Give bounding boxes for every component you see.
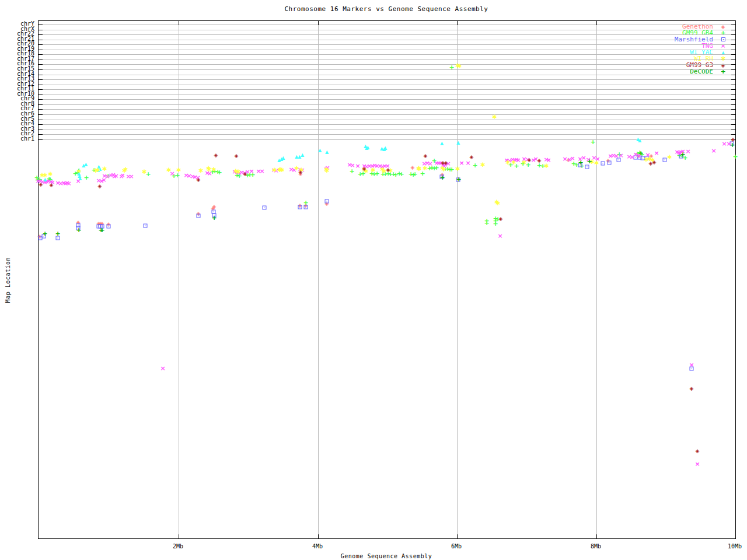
marker-marshfield <box>197 214 201 218</box>
marker-decode: + <box>578 159 583 166</box>
y-tick-left <box>39 40 43 40</box>
x-tick-label-4Mb: 4Mb <box>300 543 335 550</box>
marker-decode: + <box>99 227 104 233</box>
marker-wi_rh: ∗ <box>166 166 172 173</box>
marker-tng: × <box>355 163 360 169</box>
marker-wi_rh: ∗ <box>441 166 446 173</box>
marker-marshfield <box>608 161 612 165</box>
marker-wi_rh: ∗ <box>666 153 672 160</box>
marker-tng: × <box>694 461 700 467</box>
gridline-chr9 <box>39 99 735 100</box>
y-tick-left <box>39 34 43 35</box>
gridline-chr10 <box>39 94 735 95</box>
marker-gm99_g3: ◈ <box>444 160 448 166</box>
gridline-chr8 <box>39 104 735 105</box>
x-tick-top <box>457 21 458 25</box>
y-tick-left <box>39 99 43 100</box>
y-tick-right <box>731 89 735 90</box>
marker-wi_yac: ▲ <box>281 156 285 160</box>
marker-tng: × <box>427 160 432 167</box>
marker-gm99_gb4: + <box>732 153 738 160</box>
marker-marshfield <box>601 162 605 166</box>
marker-wi_rh: ∗ <box>594 159 599 166</box>
y-tick-right <box>731 79 735 80</box>
marker-tng: × <box>685 148 690 155</box>
marker-wi_rh: ∗ <box>422 164 428 172</box>
marker-wi_rh: ∗ <box>123 166 128 173</box>
y-tick-left <box>39 134 43 135</box>
marker-genethon: ◈ <box>212 204 217 209</box>
y-axis-title: Map Location <box>5 257 11 303</box>
gridline-chr2 <box>39 134 735 135</box>
y-tick-right <box>731 114 735 115</box>
gridline-chr14 <box>39 75 735 75</box>
y-tick-right <box>731 75 735 75</box>
gridline-chr17 <box>39 60 735 60</box>
marker-decode: + <box>680 151 685 158</box>
marker-gm99_g3: ◈ <box>362 166 366 172</box>
marker-wi_rh: ∗ <box>456 62 462 69</box>
y-tick-right <box>731 85 735 85</box>
marker-gm99_g3: ◈ <box>214 153 218 158</box>
legend-marker-tng: × <box>713 43 733 49</box>
marker-tng: × <box>711 148 716 154</box>
y-tick-right <box>731 54 735 55</box>
marker-gm99_g3: ◈ <box>243 172 247 177</box>
y-tick-right <box>731 124 735 125</box>
gridline-chr19 <box>39 50 735 50</box>
y-tick-right <box>731 40 735 40</box>
legend-marker-gm99_gb4: + <box>713 30 733 36</box>
marker-wi_rh: ∗ <box>505 159 511 166</box>
gridline-8Mb <box>596 21 597 538</box>
marker-gm99_g3: ◈ <box>50 183 54 188</box>
marker-tng: × <box>249 168 254 174</box>
marker-wi_rh: ∗ <box>198 167 204 174</box>
marker-wi_rh: ∗ <box>141 168 147 175</box>
marker-marshfield <box>298 205 302 209</box>
y-tick-right <box>731 134 735 135</box>
marker-gm99_gb4: + <box>83 174 89 181</box>
marker-decode: + <box>55 230 60 237</box>
marker-gm99_g3: ◈ <box>690 386 694 391</box>
marker-gm99_g3: ◈ <box>652 160 657 165</box>
gridline-chr11 <box>39 89 735 90</box>
marker-marshfield <box>144 224 148 228</box>
marker-marshfield <box>107 225 111 229</box>
y-tick-right <box>731 94 735 95</box>
gridline-chr20 <box>39 44 735 45</box>
y-tick-left <box>39 60 43 60</box>
marker-wi_rh: ∗ <box>511 159 516 166</box>
marker-wi_rh: ∗ <box>95 166 100 173</box>
gridline-chr16 <box>39 64 735 65</box>
legend-marker-wi_rh: ∗ <box>713 55 733 62</box>
y-tick-left <box>39 109 43 110</box>
marker-tng: × <box>66 180 71 187</box>
marker-decode: + <box>439 174 445 181</box>
x-tick-bottom <box>457 534 458 538</box>
marker-wi_rh: ∗ <box>76 167 82 174</box>
marker-tng: × <box>497 233 502 239</box>
y-tick-left <box>39 75 43 75</box>
marker-gm99_gb4: + <box>217 169 222 176</box>
gridline-chr13 <box>39 79 735 80</box>
y-tick-right <box>731 44 735 45</box>
marker-wi_rh: ∗ <box>491 113 497 120</box>
marker-decode: + <box>638 150 643 156</box>
y-tick-left <box>39 120 43 120</box>
y-tick-left <box>39 50 43 50</box>
gridline-6Mb <box>457 21 458 538</box>
y-tick-left <box>39 89 43 90</box>
x-tick-top <box>596 21 597 25</box>
y-tick-left <box>39 54 43 55</box>
x-tick-top <box>179 21 179 25</box>
y-tick-left <box>39 24 43 25</box>
marker-gm99_gb4: + <box>449 64 454 71</box>
gridline-chr7 <box>39 109 735 110</box>
y-tick-right <box>731 130 735 130</box>
marker-marshfield <box>304 205 308 209</box>
marker-decode: + <box>76 227 81 233</box>
marker-wi_rh: ∗ <box>495 200 501 206</box>
x-tick-label-8Mb: 8Mb <box>578 543 613 550</box>
x-axis-title: Genome Sequence Assembly <box>38 553 735 559</box>
x-tick-label-10Mb: 10Mb <box>717 543 747 550</box>
